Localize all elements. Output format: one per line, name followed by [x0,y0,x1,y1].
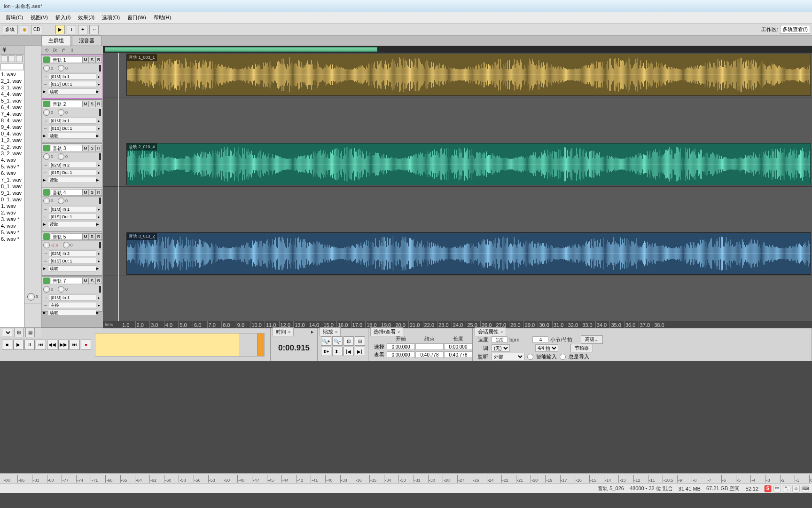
overview-range[interactable] [105,47,377,52]
automation-mode[interactable]: 读取 [48,88,96,95]
track-header[interactable]: 音轨 3 M S R 0 0 →[02M] In 2▸ ←[01S] Out 1… [42,143,102,187]
speed-input[interactable] [492,336,508,343]
beats-input[interactable] [532,336,548,343]
dropdown-icon[interactable]: ▸ [43,310,48,316]
timeline-ruler[interactable]: hms 1.02.03.04.05.06.07.08.09.010.011.01… [103,321,812,328]
file-item[interactable]: 5. wav * [1,163,23,170]
zoom-sel-icon[interactable]: ⊟ [355,336,365,346]
solo-button[interactable]: S [89,56,95,63]
cd-button[interactable]: CD [31,25,42,34]
output-route[interactable]: [01S] Out 1 [49,169,96,175]
track-lane[interactable]: 音轨 2_010_4 [103,142,812,187]
key-select[interactable]: (无) [492,344,510,352]
mute-button[interactable]: M [82,278,89,284]
record-arm-button[interactable]: R [95,101,102,107]
solo-button[interactable]: S [89,233,95,240]
zoom-in-left-icon[interactable]: |◀ [344,347,354,356]
volume-knob[interactable] [43,198,50,204]
volume-knob[interactable] [43,286,50,293]
output-route[interactable]: [01S] Out 1 [49,125,96,131]
close-icon[interactable]: × [335,330,337,334]
ime-tool-icon[interactable]: °, [783,485,790,492]
record-arm-button[interactable]: R [95,233,102,240]
file-item[interactable]: 1. wav [1,203,23,209]
menu-edit[interactable]: 剪辑(C) [3,13,26,22]
ime-smile-icon[interactable]: ☺ [792,485,800,492]
dropdown-icon[interactable]: ▸ [43,88,48,95]
ime-icon[interactable]: S [764,485,772,492]
track-name-input[interactable]: 音轨 2 [51,101,82,107]
track-power-button[interactable] [43,101,50,107]
tab-mixer[interactable]: 混音器 [72,35,102,46]
track-lane[interactable]: 音轨 1_003_1 [103,53,812,97]
track-name-input[interactable]: 音轨 4 [51,189,82,196]
output-route[interactable]: [01S] Out 1 [49,214,96,220]
automation-mode[interactable]: 读取 [48,221,96,227]
smart-input-radio[interactable] [527,354,533,360]
file-item[interactable]: 4_4. wav [1,91,23,97]
view-start-input[interactable] [387,351,415,358]
tab-main-group[interactable]: 主群组 [41,35,71,46]
track-power-button[interactable] [43,233,50,240]
mute-button[interactable]: M [82,56,89,63]
advanced-button[interactable]: 高级... [581,335,602,344]
file-tool-icon[interactable] [8,56,15,62]
file-item[interactable]: 5_1. wav [1,97,23,104]
file-item[interactable]: 8_1. wav [1,183,23,190]
dropdown-icon[interactable]: ▸ [96,126,101,131]
file-item[interactable]: 2_2. wav [1,143,23,150]
dropdown-icon[interactable]: ▸ [96,82,101,87]
close-icon[interactable]: × [398,330,400,334]
zoom-out-v-icon[interactable]: ⬍- [332,347,343,356]
dropdown-icon[interactable]: ▸ [43,221,48,227]
pan-knob[interactable] [58,286,64,293]
dropdown-icon[interactable]: ▸ [96,251,101,256]
mute-button[interactable]: M [82,233,89,240]
audio-clip[interactable]: 音轨 1_003_1 [126,54,811,96]
dropdown-icon[interactable]: ▸ [96,177,101,183]
track-name-input[interactable]: 音轨 1 [51,56,82,63]
file-item[interactable]: 0_4. wav * [1,130,23,137]
menu-window[interactable]: 窗口(W) [125,13,149,22]
track-header[interactable]: 音轨 2 M S R 0 0 →[01M] In 1▸ ←[01S] Out 1… [42,99,102,143]
file-item[interactable]: 0_1. wav * [1,196,23,203]
monitor-select[interactable]: 外部 [492,353,524,360]
tool-scrub[interactable]: ↔ [89,25,99,34]
sel-len-input[interactable] [444,343,472,350]
file-item[interactable]: 5. wav * [1,229,23,236]
file-item[interactable]: 1. wav [1,71,23,78]
file-item[interactable]: 6. wav [1,170,23,176]
playhead[interactable] [118,53,119,321]
file-item[interactable]: 4. wav [1,157,23,163]
th-eq-icon[interactable]: ⫴ [69,47,75,54]
pan-knob[interactable] [58,198,64,204]
file-item[interactable]: 3_2. wav * [1,150,23,157]
file-item[interactable]: 2. wav [1,209,23,216]
sig-select[interactable]: 4/4 拍 [535,344,558,352]
record-arm-button[interactable]: R [95,189,102,196]
tool-time-select[interactable]: I [67,25,76,34]
zoom-in-h-icon[interactable]: 🔍+ [321,336,331,346]
track-header[interactable]: 音轨 7 M S R 0 0 →[01M] In 1▸ ←主控▸ ▸读取▸ [42,276,102,312]
multitrack-button[interactable]: 多轨 [2,25,18,34]
view-len-input[interactable] [444,351,472,358]
track-name-input[interactable]: 音轨 3 [51,145,82,151]
dropdown-icon[interactable]: ▸ [96,133,101,139]
file-item[interactable]: 6_4. wav [1,104,23,111]
volume-knob[interactable] [43,109,50,116]
record-arm-button[interactable]: R [95,56,102,63]
menu-help[interactable]: 帮助(H) [151,13,174,22]
track-name-input[interactable]: 音轨 7 [51,278,82,284]
end-button[interactable]: ⏭ [70,340,80,350]
file-list[interactable]: 1. wav2_1. wav3_1. wav4_4. wav5_1. wav6_… [0,71,24,327]
sel-start-input[interactable] [387,343,415,350]
input-route[interactable]: [01M] In 1 [49,294,96,301]
output-route[interactable]: 主控 [49,302,96,308]
volume-knob[interactable] [43,65,50,71]
track-power-button[interactable] [43,278,50,284]
file-item[interactable]: 9_4. wav [1,124,23,130]
input-route[interactable]: [01M] In 1 [49,118,96,124]
pan-knob[interactable] [58,109,64,116]
zoom-full-icon[interactable]: ⊡ [344,336,354,346]
track-power-button[interactable] [43,189,50,196]
